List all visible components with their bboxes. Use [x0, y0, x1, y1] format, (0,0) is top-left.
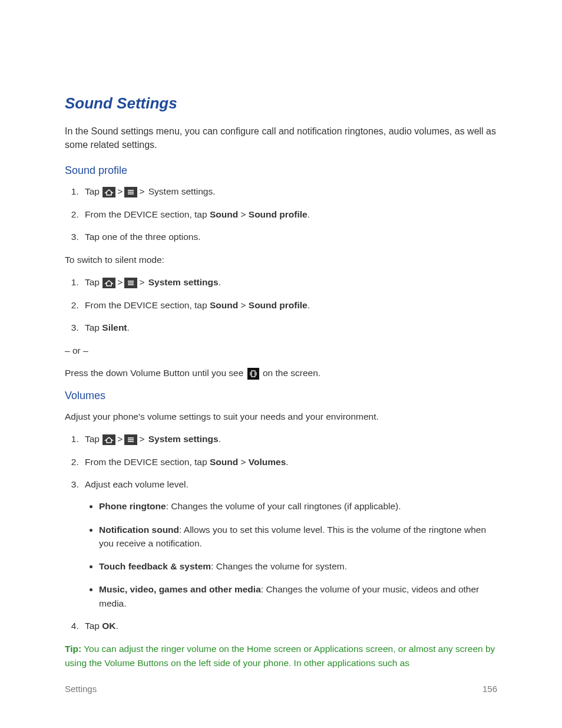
document-page: Sound Settings In the Sound settings men… [0, 0, 562, 705]
volume-bullets: Phone ringtone: Changes the volume of yo… [85, 499, 497, 610]
list-item: Tap >> System settings. [81, 433, 497, 446]
text: Tap [85, 434, 102, 444]
list-item: Tap one of the three options. [81, 230, 497, 243]
text: Tap [85, 186, 102, 196]
text: > [238, 209, 249, 219]
separator: > [117, 277, 123, 287]
bold-text: System settings [148, 434, 219, 444]
text: From the DEVICE section, tap [85, 457, 210, 467]
bold-text: Silent [102, 322, 127, 332]
text: > [238, 300, 249, 310]
or-divider: – or – [65, 344, 497, 357]
text: . [219, 434, 221, 444]
bold-text: Sound [210, 209, 238, 219]
tip-label: Tip: [65, 644, 81, 654]
footer-page-number: 156 [482, 684, 497, 694]
list-item: Tap OK. [81, 620, 497, 633]
separator: > [139, 186, 144, 196]
separator: > [117, 186, 123, 196]
list-item: Notification sound: Allows you to set th… [99, 523, 497, 551]
list-item: Adjust each volume level. Phone ringtone… [81, 478, 497, 610]
text: From the DEVICE section, tap [85, 300, 210, 310]
volumes-list: Tap >> System settings. From the DEVICE … [65, 433, 497, 633]
text: . [286, 457, 288, 467]
list-item: Phone ringtone: Changes the volume of yo… [99, 499, 497, 513]
text: . [116, 621, 118, 631]
text: > [238, 457, 249, 467]
section-heading-volumes: Volumes [65, 390, 497, 402]
bold-text: Notification sound [99, 525, 179, 535]
list-item: Tap >> System settings. [81, 185, 497, 198]
bold-text: OK [102, 621, 115, 631]
vibrate-icon [247, 368, 259, 380]
svg-rect-6 [252, 371, 255, 377]
tip-paragraph: Tip: You can adjust the ringer volume on… [65, 642, 497, 670]
bold-text: Sound profile [249, 300, 308, 310]
bold-text: Touch feedback & system [99, 561, 211, 571]
bold-text: System settings [148, 277, 219, 287]
intro-paragraph: In the Sound settings menu, you can conf… [65, 124, 497, 151]
separator: > [139, 434, 144, 444]
text: : Changes the volume for system. [211, 561, 347, 571]
text: Tap [85, 322, 102, 332]
text: . [308, 300, 310, 310]
bold-text: Sound [210, 457, 238, 467]
home-icon [103, 434, 115, 445]
text: . [127, 322, 130, 332]
home-icon [103, 278, 115, 288]
text: on the screen. [260, 368, 321, 378]
menu-icon [124, 187, 137, 197]
text: : Changes the volume of your call ringto… [166, 501, 401, 511]
text: Tap [85, 621, 102, 631]
menu-icon [124, 434, 137, 445]
text: . [308, 209, 310, 219]
tip-text: You can adjust the ringer volume on the … [65, 644, 495, 667]
bold-text: Sound [210, 300, 238, 310]
list-item: Music, video, games and other media: Cha… [99, 582, 497, 610]
home-icon [103, 187, 115, 197]
bold-text: Sound profile [249, 209, 308, 219]
switch-text: To switch to silent mode: [65, 253, 497, 266]
bold-text: Music, video, games and other media [99, 584, 261, 594]
footer-section: Settings [65, 684, 97, 694]
text: Tap [85, 277, 102, 287]
section-heading-sound-profile: Sound profile [65, 164, 497, 177]
list-item: Tap >> System settings. [81, 276, 497, 289]
text: . [219, 277, 221, 287]
page-footer: Settings 156 [65, 684, 497, 694]
list-item: Touch feedback & system: Changes the vol… [99, 559, 497, 573]
sound-profile-list-2: Tap >> System settings. From the DEVICE … [65, 276, 497, 334]
text: From the DEVICE section, tap [85, 209, 210, 219]
list-item: From the DEVICE section, tap Sound > Vol… [81, 456, 497, 469]
bold-text: Phone ringtone [99, 501, 166, 511]
separator: > [117, 434, 123, 444]
separator: > [139, 277, 144, 287]
volumes-intro: Adjust your phone's volume settings to s… [65, 410, 497, 423]
page-title: Sound Settings [65, 94, 497, 113]
sound-profile-list-1: Tap >> System settings. From the DEVICE … [65, 185, 497, 243]
text: Adjust each volume level. [85, 479, 189, 489]
list-item: From the DEVICE section, tap Sound > Sou… [81, 299, 497, 312]
menu-icon [124, 278, 137, 288]
press-volume-text: Press the down Volume Button until you s… [65, 367, 497, 380]
list-item: From the DEVICE section, tap Sound > Sou… [81, 208, 497, 221]
text: Press the down Volume Button until you s… [65, 368, 246, 378]
text: System settings. [146, 186, 215, 196]
bold-text: Volumes [249, 457, 286, 467]
list-item: Tap Silent. [81, 321, 497, 334]
